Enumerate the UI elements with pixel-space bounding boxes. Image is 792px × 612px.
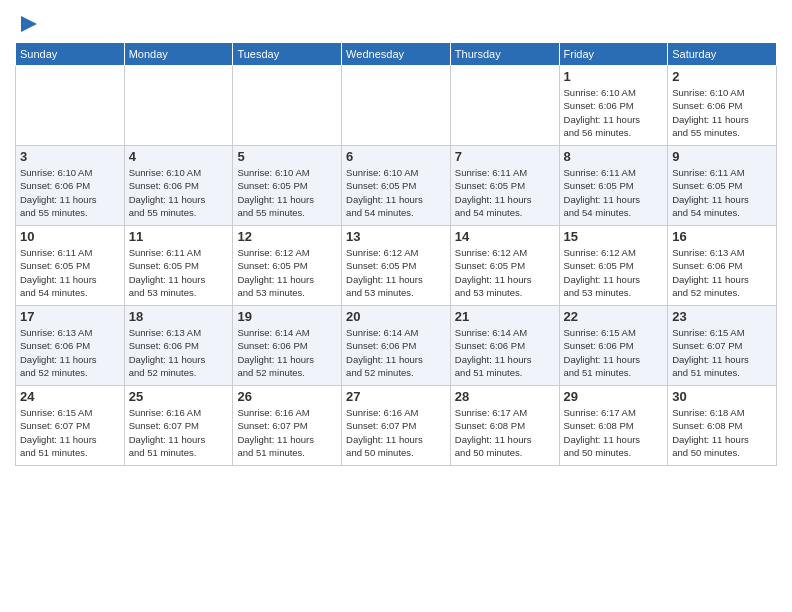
day-info: Sunrise: 6:12 AMSunset: 6:05 PMDaylight:…: [346, 246, 446, 299]
day-number: 3: [20, 149, 120, 164]
calendar-cell: 11Sunrise: 6:11 AMSunset: 6:05 PMDayligh…: [124, 226, 233, 306]
day-number: 23: [672, 309, 772, 324]
day-info: Sunrise: 6:11 AMSunset: 6:05 PMDaylight:…: [672, 166, 772, 219]
day-info: Sunrise: 6:10 AMSunset: 6:06 PMDaylight:…: [672, 86, 772, 139]
day-number: 7: [455, 149, 555, 164]
day-info: Sunrise: 6:15 AMSunset: 6:07 PMDaylight:…: [20, 406, 120, 459]
day-number: 19: [237, 309, 337, 324]
day-info: Sunrise: 6:16 AMSunset: 6:07 PMDaylight:…: [237, 406, 337, 459]
day-number: 12: [237, 229, 337, 244]
calendar-cell: 17Sunrise: 6:13 AMSunset: 6:06 PMDayligh…: [16, 306, 125, 386]
page: SundayMondayTuesdayWednesdayThursdayFrid…: [0, 0, 792, 481]
day-number: 15: [564, 229, 664, 244]
weekday-friday: Friday: [559, 43, 668, 66]
day-info: Sunrise: 6:16 AMSunset: 6:07 PMDaylight:…: [346, 406, 446, 459]
logo-icon: [17, 12, 41, 36]
day-number: 10: [20, 229, 120, 244]
day-info: Sunrise: 6:12 AMSunset: 6:05 PMDaylight:…: [237, 246, 337, 299]
calendar-cell: 30Sunrise: 6:18 AMSunset: 6:08 PMDayligh…: [668, 386, 777, 466]
weekday-thursday: Thursday: [450, 43, 559, 66]
calendar-cell: 26Sunrise: 6:16 AMSunset: 6:07 PMDayligh…: [233, 386, 342, 466]
calendar-cell: 9Sunrise: 6:11 AMSunset: 6:05 PMDaylight…: [668, 146, 777, 226]
day-number: 8: [564, 149, 664, 164]
week-row-1: 1Sunrise: 6:10 AMSunset: 6:06 PMDaylight…: [16, 66, 777, 146]
day-info: Sunrise: 6:14 AMSunset: 6:06 PMDaylight:…: [455, 326, 555, 379]
calendar-cell: 12Sunrise: 6:12 AMSunset: 6:05 PMDayligh…: [233, 226, 342, 306]
day-number: 1: [564, 69, 664, 84]
weekday-monday: Monday: [124, 43, 233, 66]
day-info: Sunrise: 6:10 AMSunset: 6:05 PMDaylight:…: [237, 166, 337, 219]
day-info: Sunrise: 6:11 AMSunset: 6:05 PMDaylight:…: [129, 246, 229, 299]
day-number: 27: [346, 389, 446, 404]
day-number: 11: [129, 229, 229, 244]
day-info: Sunrise: 6:10 AMSunset: 6:06 PMDaylight:…: [20, 166, 120, 219]
day-number: 2: [672, 69, 772, 84]
day-info: Sunrise: 6:17 AMSunset: 6:08 PMDaylight:…: [455, 406, 555, 459]
week-row-4: 17Sunrise: 6:13 AMSunset: 6:06 PMDayligh…: [16, 306, 777, 386]
calendar-cell: 7Sunrise: 6:11 AMSunset: 6:05 PMDaylight…: [450, 146, 559, 226]
day-number: 4: [129, 149, 229, 164]
calendar-cell: 5Sunrise: 6:10 AMSunset: 6:05 PMDaylight…: [233, 146, 342, 226]
calendar-cell: [342, 66, 451, 146]
header: [15, 10, 777, 36]
calendar-cell: [450, 66, 559, 146]
calendar-cell: 8Sunrise: 6:11 AMSunset: 6:05 PMDaylight…: [559, 146, 668, 226]
day-info: Sunrise: 6:10 AMSunset: 6:06 PMDaylight:…: [564, 86, 664, 139]
day-number: 22: [564, 309, 664, 324]
calendar-cell: 22Sunrise: 6:15 AMSunset: 6:06 PMDayligh…: [559, 306, 668, 386]
calendar-cell: 15Sunrise: 6:12 AMSunset: 6:05 PMDayligh…: [559, 226, 668, 306]
day-info: Sunrise: 6:15 AMSunset: 6:06 PMDaylight:…: [564, 326, 664, 379]
calendar-cell: [124, 66, 233, 146]
calendar-cell: 20Sunrise: 6:14 AMSunset: 6:06 PMDayligh…: [342, 306, 451, 386]
week-row-2: 3Sunrise: 6:10 AMSunset: 6:06 PMDaylight…: [16, 146, 777, 226]
weekday-saturday: Saturday: [668, 43, 777, 66]
day-info: Sunrise: 6:11 AMSunset: 6:05 PMDaylight:…: [564, 166, 664, 219]
calendar-cell: 28Sunrise: 6:17 AMSunset: 6:08 PMDayligh…: [450, 386, 559, 466]
calendar-cell: 4Sunrise: 6:10 AMSunset: 6:06 PMDaylight…: [124, 146, 233, 226]
calendar-cell: 19Sunrise: 6:14 AMSunset: 6:06 PMDayligh…: [233, 306, 342, 386]
day-info: Sunrise: 6:14 AMSunset: 6:06 PMDaylight:…: [237, 326, 337, 379]
calendar-table: SundayMondayTuesdayWednesdayThursdayFrid…: [15, 42, 777, 466]
day-info: Sunrise: 6:13 AMSunset: 6:06 PMDaylight:…: [20, 326, 120, 379]
day-number: 5: [237, 149, 337, 164]
calendar-cell: 29Sunrise: 6:17 AMSunset: 6:08 PMDayligh…: [559, 386, 668, 466]
day-number: 9: [672, 149, 772, 164]
day-info: Sunrise: 6:10 AMSunset: 6:06 PMDaylight:…: [129, 166, 229, 219]
day-info: Sunrise: 6:17 AMSunset: 6:08 PMDaylight:…: [564, 406, 664, 459]
calendar-cell: 24Sunrise: 6:15 AMSunset: 6:07 PMDayligh…: [16, 386, 125, 466]
calendar-cell: 14Sunrise: 6:12 AMSunset: 6:05 PMDayligh…: [450, 226, 559, 306]
day-number: 13: [346, 229, 446, 244]
day-number: 17: [20, 309, 120, 324]
weekday-header-row: SundayMondayTuesdayWednesdayThursdayFrid…: [16, 43, 777, 66]
day-number: 20: [346, 309, 446, 324]
day-number: 18: [129, 309, 229, 324]
calendar-cell: [16, 66, 125, 146]
weekday-wednesday: Wednesday: [342, 43, 451, 66]
day-info: Sunrise: 6:18 AMSunset: 6:08 PMDaylight:…: [672, 406, 772, 459]
calendar-cell: 23Sunrise: 6:15 AMSunset: 6:07 PMDayligh…: [668, 306, 777, 386]
day-info: Sunrise: 6:15 AMSunset: 6:07 PMDaylight:…: [672, 326, 772, 379]
day-number: 26: [237, 389, 337, 404]
day-info: Sunrise: 6:12 AMSunset: 6:05 PMDaylight:…: [455, 246, 555, 299]
calendar-cell: 6Sunrise: 6:10 AMSunset: 6:05 PMDaylight…: [342, 146, 451, 226]
day-info: Sunrise: 6:14 AMSunset: 6:06 PMDaylight:…: [346, 326, 446, 379]
day-number: 25: [129, 389, 229, 404]
weekday-tuesday: Tuesday: [233, 43, 342, 66]
day-info: Sunrise: 6:13 AMSunset: 6:06 PMDaylight:…: [672, 246, 772, 299]
calendar-cell: 13Sunrise: 6:12 AMSunset: 6:05 PMDayligh…: [342, 226, 451, 306]
day-info: Sunrise: 6:11 AMSunset: 6:05 PMDaylight:…: [20, 246, 120, 299]
day-info: Sunrise: 6:10 AMSunset: 6:05 PMDaylight:…: [346, 166, 446, 219]
week-row-3: 10Sunrise: 6:11 AMSunset: 6:05 PMDayligh…: [16, 226, 777, 306]
svg-marker-0: [21, 16, 37, 32]
calendar-cell: [233, 66, 342, 146]
day-number: 6: [346, 149, 446, 164]
day-number: 24: [20, 389, 120, 404]
calendar-cell: 10Sunrise: 6:11 AMSunset: 6:05 PMDayligh…: [16, 226, 125, 306]
day-number: 29: [564, 389, 664, 404]
calendar-cell: 3Sunrise: 6:10 AMSunset: 6:06 PMDaylight…: [16, 146, 125, 226]
calendar-cell: 18Sunrise: 6:13 AMSunset: 6:06 PMDayligh…: [124, 306, 233, 386]
day-number: 16: [672, 229, 772, 244]
day-number: 30: [672, 389, 772, 404]
calendar-cell: 25Sunrise: 6:16 AMSunset: 6:07 PMDayligh…: [124, 386, 233, 466]
calendar-cell: 27Sunrise: 6:16 AMSunset: 6:07 PMDayligh…: [342, 386, 451, 466]
